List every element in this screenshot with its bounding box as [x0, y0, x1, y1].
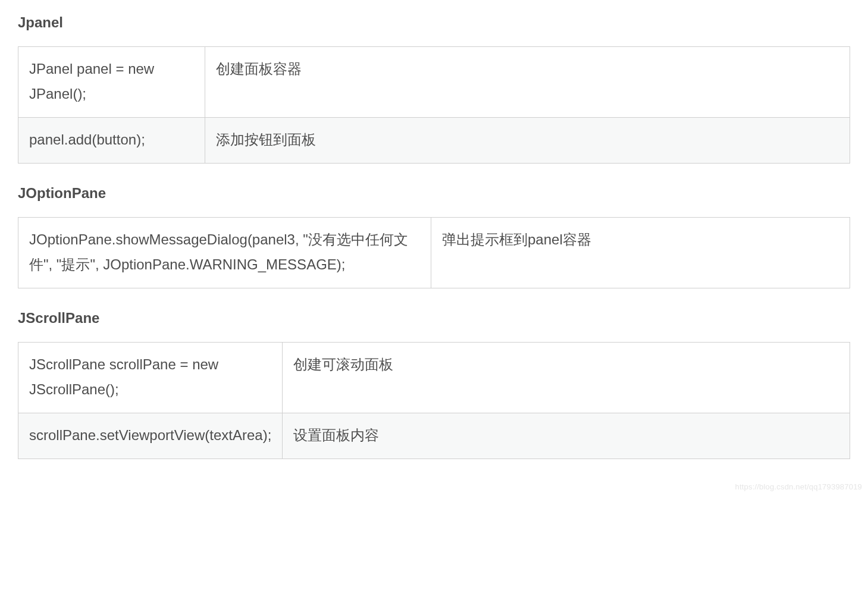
code-cell: JScrollPane scrollPane = new JScrollPane…	[18, 343, 283, 413]
desc-cell: 设置面板内容	[283, 413, 850, 459]
table-row: panel.add(button); 添加按钮到面板	[18, 118, 850, 164]
watermark: https://blog.csdn.net/qq1793987019	[735, 482, 862, 491]
section-jscrollpane: JScrollPane JScrollPane scrollPane = new…	[18, 310, 850, 459]
heading-jpanel: Jpanel	[18, 14, 850, 31]
desc-cell: 添加按钮到面板	[205, 118, 850, 164]
code-cell: panel.add(button);	[18, 118, 205, 164]
table-jpanel: JPanel panel = new JPanel(); 创建面板容器 pane…	[18, 46, 850, 164]
code-cell: JPanel panel = new JPanel();	[18, 47, 205, 118]
heading-jscrollpane: JScrollPane	[18, 310, 850, 326]
code-cell: JOptionPane.showMessageDialog(panel3, "没…	[18, 218, 431, 288]
section-joptionpane: JOptionPane JOptionPane.showMessageDialo…	[18, 185, 850, 288]
table-jscrollpane: JScrollPane scrollPane = new JScrollPane…	[18, 342, 850, 459]
table-row: JPanel panel = new JPanel(); 创建面板容器	[18, 47, 850, 118]
table-row: JScrollPane scrollPane = new JScrollPane…	[18, 343, 850, 413]
desc-cell: 创建可滚动面板	[283, 343, 850, 413]
desc-cell: 弹出提示框到panel容器	[431, 218, 850, 288]
table-joptionpane: JOptionPane.showMessageDialog(panel3, "没…	[18, 217, 850, 288]
section-jpanel: Jpanel JPanel panel = new JPanel(); 创建面板…	[18, 14, 850, 164]
heading-joptionpane: JOptionPane	[18, 185, 850, 202]
desc-cell: 创建面板容器	[205, 47, 850, 118]
code-cell: scrollPane.setViewportView(textArea);	[18, 413, 283, 459]
table-row: JOptionPane.showMessageDialog(panel3, "没…	[18, 218, 850, 288]
table-row: scrollPane.setViewportView(textArea); 设置…	[18, 413, 850, 459]
